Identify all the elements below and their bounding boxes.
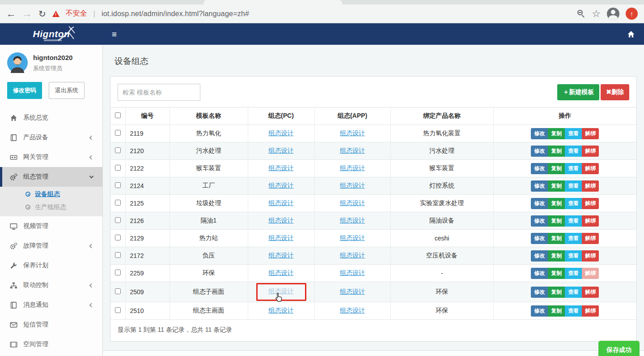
copy-button[interactable]: 复制 (548, 287, 565, 298)
config-pc-link[interactable]: 组态设计 (269, 182, 294, 189)
config-pc-link[interactable]: 组态设计 (269, 164, 294, 172)
row-checkbox[interactable] (115, 235, 121, 240)
view-button[interactable]: 查看 (565, 215, 582, 227)
unbind-button[interactable]: 解绑 (582, 250, 599, 262)
zoom-out-icon[interactable] (577, 10, 585, 18)
modify-button[interactable]: 修改 (531, 233, 548, 244)
address-bar-url[interactable]: iot.idosp.net/admin/index.html?language=… (102, 10, 249, 18)
config-app-link[interactable]: 组态设计 (340, 307, 365, 314)
config-pc-link[interactable]: 组态设计 (269, 307, 294, 314)
search-input[interactable] (118, 84, 200, 101)
logout-button[interactable]: 退出系统 (49, 82, 85, 99)
copy-button[interactable]: 复制 (548, 146, 565, 157)
row-checkbox[interactable] (115, 200, 121, 206)
copy-button[interactable]: 复制 (548, 305, 565, 317)
reload-icon[interactable]: ↻ (38, 9, 46, 19)
new-template-button[interactable]: ＋新建模板 (557, 84, 599, 100)
sidebar-item-4[interactable]: 组态管理 (0, 167, 102, 187)
bookmark-star-icon[interactable]: ☆ (592, 9, 601, 19)
config-pc-link[interactable]: 组态设计 (269, 147, 294, 154)
back-icon[interactable]: ← (6, 9, 16, 19)
view-button[interactable]: 查看 (565, 198, 582, 209)
view-button[interactable]: 查看 (565, 146, 582, 157)
config-app-link[interactable]: 组态设计 (340, 199, 365, 206)
unbind-button[interactable]: 解绑 (582, 128, 599, 139)
view-button[interactable]: 查看 (565, 268, 582, 279)
view-button[interactable]: 查看 (565, 163, 582, 174)
copy-button[interactable]: 复制 (548, 268, 565, 279)
view-button[interactable]: 查看 (565, 250, 582, 262)
modify-button[interactable]: 修改 (531, 305, 548, 317)
change-password-button[interactable]: 修改密码 (7, 82, 42, 99)
unbind-button[interactable]: 解绑 (582, 146, 599, 157)
config-pc-link[interactable]: 组态设计 (269, 269, 294, 276)
config-app-link[interactable]: 组态设计 (340, 129, 365, 137)
browser-update-icon[interactable]: ↑ (626, 8, 638, 20)
copy-button[interactable]: 复制 (548, 215, 565, 227)
view-button[interactable]: 查看 (565, 128, 582, 139)
row-checkbox[interactable] (115, 165, 121, 171)
view-button[interactable]: 查看 (565, 233, 582, 244)
modify-button[interactable]: 修改 (531, 128, 548, 139)
user-avatar[interactable] (7, 52, 28, 73)
config-pc-link[interactable]: 组态设计 (269, 252, 294, 259)
modify-button[interactable]: 修改 (531, 198, 548, 209)
config-pc-link[interactable]: 组态设计 (269, 217, 294, 224)
submenu-item-1[interactable]: 设备组态 (0, 188, 102, 201)
browser-active-tab[interactable] (203, 0, 342, 4)
config-app-link[interactable]: 组态设计 (340, 182, 365, 189)
copy-button[interactable]: 复制 (548, 198, 565, 209)
copy-button[interactable]: 复制 (548, 163, 565, 174)
config-app-link[interactable]: 组态设计 (340, 164, 365, 172)
modify-button[interactable]: 修改 (531, 268, 548, 279)
security-warning-icon[interactable]: ! (52, 11, 59, 17)
view-button[interactable]: 查看 (565, 180, 582, 192)
sidebar-item-7[interactable]: 保养计划 (0, 256, 102, 275)
unbind-button[interactable]: 解绑 (582, 305, 599, 317)
brand-logo[interactable]: Hignton (0, 23, 103, 45)
sidebar-item-1[interactable]: 系统总览 (0, 108, 102, 128)
copy-button[interactable]: 复制 (548, 180, 565, 192)
modify-button[interactable]: 修改 (531, 180, 548, 192)
unbind-button[interactable]: 解绑 (582, 287, 599, 298)
unbind-button[interactable]: 解绑 (582, 163, 599, 174)
row-checkbox[interactable] (115, 252, 121, 258)
forward-icon[interactable]: → (22, 9, 32, 19)
unbind-button[interactable]: 解绑 (582, 233, 599, 244)
config-app-link[interactable]: 组态设计 (340, 288, 365, 295)
security-warning-label[interactable]: 不安全 (66, 9, 87, 18)
sidebar-toggle-icon[interactable]: ≡ (112, 30, 117, 39)
row-checkbox[interactable] (115, 182, 121, 188)
modify-button[interactable]: 修改 (531, 163, 548, 174)
row-checkbox[interactable] (115, 147, 121, 153)
browser-profile-icon[interactable] (607, 8, 619, 20)
copy-button[interactable]: 复制 (548, 128, 565, 139)
modify-button[interactable]: 修改 (531, 215, 548, 227)
delete-button[interactable]: ✖删除 (601, 84, 629, 100)
modify-button[interactable]: 修改 (531, 250, 548, 262)
copy-button[interactable]: 复制 (548, 233, 565, 244)
sidebar-item-3[interactable]: 网关管理 (0, 147, 102, 167)
config-app-link[interactable]: 组态设计 (340, 147, 365, 154)
config-pc-link[interactable]: 组态设计 (269, 234, 294, 241)
copy-button[interactable]: 复制 (548, 250, 565, 262)
row-checkbox[interactable] (115, 288, 121, 294)
sidebar-item-8[interactable]: 联动控制 (0, 275, 102, 295)
config-pc-link[interactable]: 组态设计 (269, 199, 294, 206)
modify-button[interactable]: 修改 (531, 287, 548, 298)
sidebar-item-5[interactable]: 视频管理 (0, 216, 102, 236)
unbind-button[interactable]: 解绑 (582, 198, 599, 209)
view-button[interactable]: 查看 (565, 287, 582, 298)
unbind-button[interactable]: 解绑 (582, 180, 599, 192)
sidebar-item-6[interactable]: 故障管理 (0, 236, 102, 256)
row-checkbox[interactable] (115, 130, 121, 136)
row-checkbox[interactable] (115, 270, 121, 275)
modify-button[interactable]: 修改 (531, 146, 548, 157)
unbind-button[interactable]: 解绑 (582, 215, 599, 227)
config-app-link[interactable]: 组态设计 (340, 217, 365, 224)
sidebar-item-11[interactable]: 空间管理 (0, 335, 102, 354)
sidebar-item-2[interactable]: 产品设备 (0, 128, 102, 147)
row-checkbox[interactable] (115, 217, 121, 223)
config-app-link[interactable]: 组态设计 (340, 234, 365, 241)
select-all-checkbox[interactable] (115, 112, 121, 118)
